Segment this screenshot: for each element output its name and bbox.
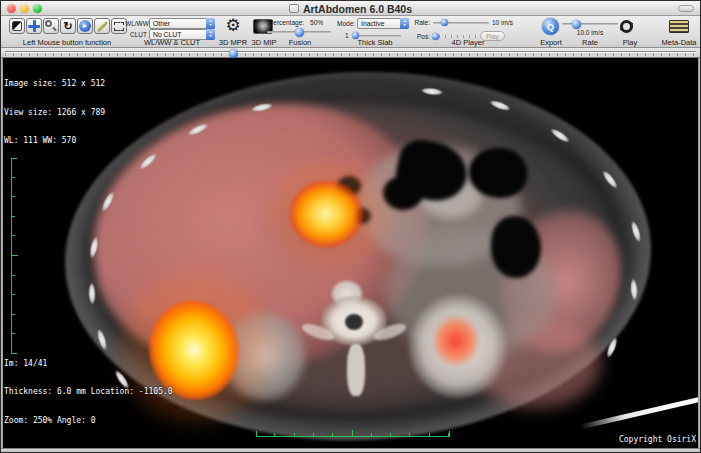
tool-zoom-button[interactable]: [43, 18, 59, 34]
scroll-series-icon: ▸: [79, 20, 91, 32]
horizontal-ruler: [256, 432, 450, 440]
fusion-percentage-label: Percentage:: [269, 19, 304, 26]
image-artifact-streak: [580, 396, 700, 430]
fusion-percentage-value: 50%: [310, 19, 323, 26]
tool-rotate-button[interactable]: ↻: [60, 18, 76, 34]
3d-mpr-label: 3D MPR: [217, 38, 249, 47]
rate-slider[interactable]: [562, 23, 618, 25]
fusion-section-label: Fusion: [263, 38, 337, 47]
wlww-section-label: WL/WW & CLUT: [125, 38, 219, 47]
thickslab-section-label: Thick Slab: [337, 38, 413, 47]
fusion-slider[interactable]: [267, 31, 331, 33]
4d-player-section-label: 4D Player: [414, 38, 522, 47]
contrast-icon: [12, 21, 22, 31]
roi-icon: [114, 22, 124, 31]
toolbar-toggle-button[interactable]: [678, 5, 694, 12]
window-bottom-edge: [1, 448, 700, 453]
overlay-view-size: View size: 1266 x 789: [4, 108, 105, 118]
ct-spinal-canal: [345, 314, 363, 330]
scrubber-ticks: [5, 53, 696, 56]
overlay-thickness-location: Thickness: 6.0 mm Location: -1105.0: [4, 387, 173, 397]
tool-contrast-button[interactable]: [9, 18, 25, 34]
vertical-ruler: [9, 158, 16, 354]
section-4d-player: Rate: 10 im/s Pos: Play 4D Player: [414, 16, 522, 48]
section-fusion: Percentage: 50% Fusion: [263, 16, 337, 48]
thickslab-mode-value: Inactive: [361, 20, 384, 27]
section-play: Play: [617, 16, 643, 48]
ct-air-pocket: [469, 148, 527, 198]
clut-label: CLUT: [125, 31, 147, 38]
overlay-copyright: Copyright OsiriX: [619, 435, 696, 445]
overlay-image-size: Image size: 512 x 512: [4, 79, 105, 89]
section-3d-mpr: ⚙ 3D MPR: [217, 16, 249, 48]
section-thick-slab: Mode: Inactive ▲▼ 1 Thick Slab: [337, 16, 413, 48]
thickslab-mode-popup[interactable]: Inactive ▲▼: [357, 18, 409, 29]
ct-air-pocket: [383, 176, 423, 210]
magnifier-icon: [45, 20, 57, 32]
tool-scroll-button[interactable]: ▸: [77, 18, 93, 34]
overlay-bottom-left: Im: 14/41 Thickness: 6.0 mm Location: -1…: [4, 340, 173, 445]
clut-popup-value: No CLUT: [153, 31, 181, 38]
wlww-popup-value: Other: [153, 20, 170, 27]
section-metadata: Meta-Data: [659, 16, 699, 48]
wlww-label: WL/WW: [125, 20, 147, 27]
4d-rate-value: 10 im/s: [492, 19, 513, 26]
wlww-popup[interactable]: Other ▲▼: [149, 18, 215, 29]
title-bar: ArtAbdomen 6.0 B40s: [1, 1, 700, 16]
4d-rate-label: Rate:: [414, 19, 430, 26]
metadata-icon[interactable]: [669, 20, 689, 33]
window-right-edge: [698, 58, 700, 448]
pet-hotspot-porta: [289, 180, 363, 248]
thickslab-slider[interactable]: [353, 35, 401, 37]
window-left-edge: [1, 58, 3, 448]
scrubber-track: [5, 51, 696, 52]
scrubber-thumb[interactable]: [229, 49, 238, 58]
toolbar: ↻ ▸ Left Mouse button function WL/WW Oth…: [1, 16, 700, 48]
rate-section-label: Rate: [561, 38, 619, 47]
metadata-label: Meta-Data: [659, 38, 699, 47]
overlay-wl-ww: WL: 111 WW: 570: [4, 136, 105, 146]
overlay-zoom-angle: Zoom: 250% Angle: 0: [4, 416, 173, 426]
fusion-slider-thumb[interactable]: [295, 28, 304, 37]
ct-air-pocket: [491, 216, 541, 278]
popup-arrows-icon: ▲▼: [206, 18, 215, 29]
rate-slider-thumb[interactable]: [572, 20, 581, 29]
app-window: ArtAbdomen 6.0 B40s ↻ ▸ Left Mouse butto…: [0, 0, 701, 453]
section-mouse-function: ↻ ▸ Left Mouse button function: [9, 16, 125, 48]
rate-value: 10.0 im/s: [561, 29, 619, 36]
thickslab-mode-label: Mode:: [337, 20, 355, 27]
pan-icon: [28, 20, 40, 32]
tool-pan-button[interactable]: [26, 18, 42, 34]
3d-mpr-icon[interactable]: ⚙: [225, 17, 240, 35]
popup-arrows-icon: ▲▼: [400, 18, 409, 29]
play-icon[interactable]: [620, 20, 633, 33]
4d-rate-slider[interactable]: [433, 22, 489, 24]
section-rate: 10.0 im/s Rate: [561, 16, 619, 48]
mouse-section-label: Left Mouse button function: [9, 38, 125, 47]
section-wlww-clut: WL/WW Other ▲▼ CLUT No CLUT ▲▼ WL/WW & C…: [125, 16, 219, 48]
overlay-image-index: Im: 14/41: [4, 359, 173, 369]
export-icon[interactable]: Q: [542, 18, 559, 35]
ct-spinous-process: [347, 344, 365, 396]
pet-hotspot-kidney: [431, 314, 481, 368]
play-section-label: Play: [617, 38, 643, 47]
tool-measure-button[interactable]: [94, 18, 110, 34]
document-icon: [289, 4, 299, 13]
measure-icon: [96, 20, 107, 31]
4d-rate-slider-thumb[interactable]: [441, 19, 448, 26]
slice-scrubber[interactable]: [1, 48, 700, 58]
image-viewport[interactable]: Image size: 512 x 512 View size: 1266 x …: [1, 58, 700, 448]
window-title: ArtAbdomen 6.0 B40s: [303, 3, 412, 15]
rotate-icon: ↻: [63, 21, 72, 32]
overlay-top-left: Image size: 512 x 512 View size: 1266 x …: [4, 60, 105, 165]
